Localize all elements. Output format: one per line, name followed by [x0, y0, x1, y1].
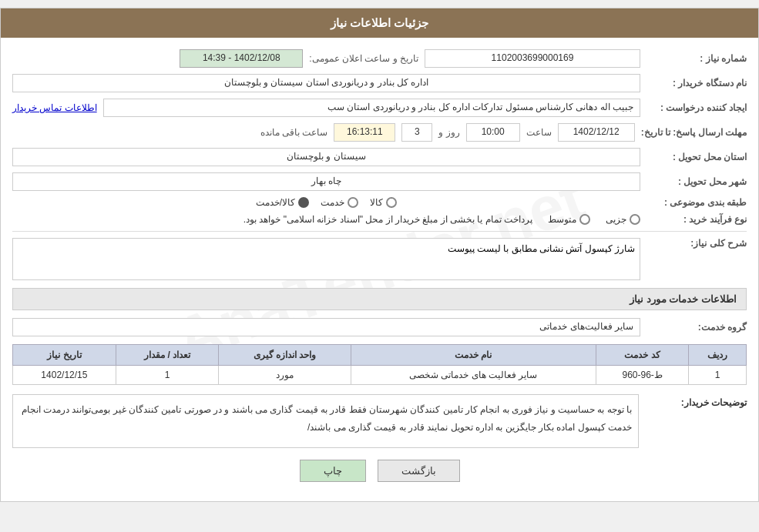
nam-dastgah-label: نام دستگاه خریدار :: [646, 78, 747, 89]
grouh-value: سایر فعالیت‌های خدماتی: [12, 318, 640, 336]
ostan-label: استان محل تحویل :: [646, 152, 747, 162]
noe-motevaset-label: متوسط: [548, 214, 576, 225]
col-tarikh: تاریخ نیاز: [13, 345, 116, 366]
cell-radif: 1: [689, 366, 747, 385]
shomare-niaz-label: شماره نیاز :: [646, 53, 747, 64]
cell-tarikh: 1402/12/15: [13, 366, 116, 385]
mohlat-rooz-label: روز و: [438, 127, 459, 138]
tarikh-value: 1402/12/08 - 14:39: [180, 49, 303, 68]
tabaqe-radio-group: کالا خدمت کالا/خدمت: [12, 197, 640, 208]
cell-nam: سایر فعالیت های خدماتی شخصی: [351, 366, 596, 385]
tarikh-label: تاریخ و ساعت اعلان عمومی:: [309, 53, 418, 64]
footer-buttons: بازگشت چاپ: [12, 460, 747, 482]
towzih-label: توضیحات خریدار:: [646, 394, 747, 408]
radio-khadamat-icon: [348, 197, 358, 208]
shahr-value: چاه بهار: [12, 172, 640, 191]
radio-jozi-icon: [630, 214, 640, 225]
col-nam: نام خدمت: [351, 345, 596, 366]
sharh-label: شرح کلی نیاز:: [646, 238, 747, 249]
cell-vahed: مورد: [219, 366, 351, 385]
mohlat-baqi-label: ساعت باقی مانده: [260, 127, 328, 138]
khadamat-section-header: اطلاعات خدمات مورد نیاز: [12, 288, 747, 310]
services-table: ردیف کد خدمت نام خدمت واحد اندازه گیری ت…: [12, 344, 747, 385]
ijad-konande-value: جبیب اله دهانی کارشناس مسئول تدارکات ادا…: [103, 99, 640, 117]
grouh-label: گروه خدمت:: [646, 322, 747, 333]
tabaqe-kala-label: کالا: [370, 197, 383, 208]
bazgasht-button[interactable]: بازگشت: [378, 460, 460, 482]
table-row: 1ط-96-960سایر فعالیت های خدماتی شخصیمورد…: [13, 366, 747, 385]
services-table-section: ردیف کد خدمت نام خدمت واحد اندازه گیری ت…: [12, 344, 747, 385]
mohlat-saat-label: ساعت: [526, 127, 552, 138]
col-vahed: واحد اندازه گیری: [219, 345, 351, 366]
shahr-label: شهر محل تحویل :: [646, 176, 747, 187]
ijad-konande-label: ایجاد کننده درخواست :: [646, 102, 747, 113]
sharh-content[interactable]: [12, 238, 640, 280]
tabaqe-khadamat[interactable]: خدمت: [321, 197, 358, 208]
chap-button[interactable]: چاپ: [300, 460, 366, 482]
tabaqe-khadamat-label: خدمت: [321, 197, 344, 208]
noe-motevaset[interactable]: متوسط: [548, 214, 590, 225]
col-tedad: تعداد / مقدار: [116, 345, 219, 366]
cell-tedad: 1: [116, 366, 219, 385]
nam-dastgah-value: اداره کل بنادر و دریانوردی استان سیستان …: [12, 74, 640, 92]
mohlat-baqi: 16:13:11: [334, 123, 395, 142]
tabaqe-kala-khadamat[interactable]: کالا/خدمت: [256, 197, 309, 208]
radio-kala-khadamat-icon: [298, 197, 309, 208]
radio-kala-icon: [386, 197, 397, 208]
towzih-content: با توجه به حساسیت و نیاز فوری به انجام ک…: [12, 394, 639, 448]
ettelaat-link[interactable]: اطلاعات تماس خریدار: [12, 102, 97, 113]
col-radif: ردیف: [689, 345, 747, 366]
cell-kod: ط-96-960: [596, 366, 688, 385]
shomare-niaz-value: 1102003699000169: [425, 49, 640, 68]
radio-motevaset-icon: [579, 214, 590, 225]
tabaqe-kala-khadamat-label: کالا/خدمت: [256, 197, 295, 208]
noe-radio-group: جزیی متوسط پرداخت تمام یا بخشی از مبلغ خ…: [12, 214, 640, 225]
mohlat-label: مهلت ارسال پاسخ: تا تاریخ:: [641, 127, 747, 138]
tabaqe-label: طبقه بندی موضوعی :: [646, 197, 747, 208]
mohlat-rooz: 3: [401, 123, 432, 142]
ostan-value: سیستان و بلوچستان: [12, 148, 640, 166]
noe-desc: پرداخت تمام یا بخشی از مبلغ خریدار از مح…: [243, 214, 532, 225]
mohlat-date: 1402/12/12: [558, 123, 635, 142]
noe-jozi[interactable]: جزیی: [606, 214, 640, 225]
tabaqe-kala[interactable]: کالا: [370, 197, 397, 208]
noe-jozi-label: جزیی: [606, 214, 626, 225]
col-kod: کد خدمت: [596, 345, 688, 366]
mohlat-saat: 10:00: [466, 123, 520, 142]
noe-farayand-label: نوع فرآیند خرید :: [646, 214, 747, 225]
page-title: جزئیات اطلاعات نیاز: [1, 8, 758, 38]
